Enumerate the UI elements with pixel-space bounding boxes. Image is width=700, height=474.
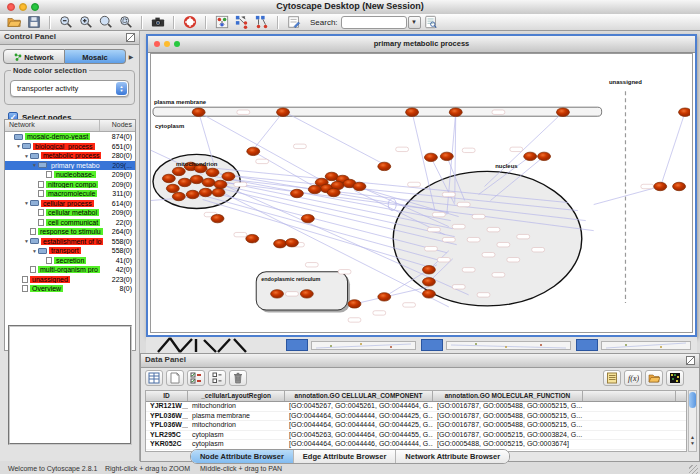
delete-attribute-button[interactable] (229, 370, 247, 386)
network-node[interactable] (524, 152, 537, 160)
vizmapper-button[interactable] (213, 15, 231, 30)
table-row[interactable]: YPL036W__1mitochondrion[GO:0044464, GO:0… (146, 421, 686, 431)
network-node[interactable] (673, 182, 686, 190)
save-session-button[interactable] (25, 15, 43, 30)
tree-row[interactable]: nitrogen compo209(0) (5, 180, 135, 190)
expand-triangle-icon[interactable]: ▼ (23, 238, 30, 244)
select-attributes-button[interactable] (145, 370, 163, 386)
tree-row[interactable]: secretion41(0) (5, 256, 135, 266)
network-node[interactable] (290, 189, 303, 197)
network-node[interactable] (214, 180, 227, 188)
import-attributes-button[interactable] (645, 370, 663, 386)
network-node[interactable] (172, 192, 185, 200)
expand-triangle-icon[interactable]: ▼ (31, 162, 38, 168)
tree-row[interactable]: mosaic-demo-yeast874(0) (5, 132, 135, 142)
network-node[interactable] (247, 147, 260, 155)
network-node[interactable] (172, 167, 185, 175)
tab-node-attribute-browser[interactable]: Node Attribute Browser (191, 450, 294, 463)
tree-header-network[interactable]: Network (5, 120, 100, 131)
open-file-button[interactable] (5, 15, 23, 30)
tab-overflow-arrow[interactable]: ▶ (126, 53, 136, 60)
network-node[interactable] (222, 172, 235, 180)
annotation-button[interactable] (285, 15, 303, 30)
tab-network-attribute-browser[interactable]: Network Attribute Browser (396, 450, 509, 463)
network-node[interactable] (679, 108, 690, 116)
network-node[interactable] (186, 190, 199, 198)
network-edge[interactable] (285, 112, 384, 164)
search-options-button[interactable] (422, 15, 440, 30)
layout-b-button[interactable] (253, 15, 271, 30)
network-node[interactable] (327, 188, 340, 196)
network-edge[interactable] (594, 186, 661, 204)
network-node[interactable] (406, 108, 419, 116)
network-node[interactable] (422, 266, 435, 274)
layout-a-button[interactable] (233, 15, 251, 30)
network-node[interactable] (538, 152, 551, 160)
table-row[interactable]: YPL036W__2plasma membrane[GO:0044464, GO… (146, 412, 686, 422)
network-node[interactable] (353, 182, 366, 190)
network-node[interactable] (277, 108, 290, 116)
search-dropdown-button[interactable]: ▼ (408, 16, 421, 29)
network-node[interactable] (378, 162, 391, 170)
tree-row[interactable]: ▼transport558(0) (5, 246, 135, 256)
network-node[interactable] (246, 234, 259, 242)
expand-triangle-icon[interactable]: ▼ (23, 153, 30, 159)
zoom-selected-button[interactable] (117, 15, 135, 30)
zoom-in-button[interactable] (77, 15, 95, 30)
expand-triangle-icon[interactable]: ▼ (31, 248, 38, 254)
network-node[interactable] (308, 185, 321, 193)
network-node[interactable] (192, 108, 205, 116)
network-edge[interactable] (661, 112, 685, 184)
help-button[interactable] (181, 15, 199, 30)
network-node[interactable] (348, 300, 361, 308)
scrollbar-arrows[interactable]: ▲▼ (688, 434, 697, 446)
network-node[interactable] (300, 290, 313, 298)
network-node[interactable] (286, 238, 299, 246)
column-header[interactable]: ID (146, 391, 188, 401)
network-edge[interactable] (253, 151, 316, 187)
column-header[interactable]: annotation.GO MOLECULAR_FUNCTION (433, 391, 583, 401)
search-input[interactable] (341, 16, 407, 29)
tree-row[interactable]: multi-organism pro42(0) (5, 265, 135, 275)
tree-row[interactable]: Overview8(0) (5, 284, 135, 294)
node-color-dropdown[interactable]: transporter activity ▲▼ (10, 80, 129, 97)
zoom-out-button[interactable] (57, 15, 75, 30)
network-node[interactable] (271, 290, 284, 298)
tree-row[interactable]: response to stimulu264(0) (5, 227, 135, 237)
tree-row[interactable]: cellular metabol209(0) (5, 208, 135, 218)
network-edge[interactable] (354, 287, 428, 304)
network-window-titlebar[interactable]: primary metabolic process (148, 36, 695, 53)
network-node[interactable] (199, 188, 212, 196)
column-header[interactable]: annotation.GO CELLULAR_COMPONENT (285, 391, 433, 401)
tree-row[interactable]: cell communicat22(0) (5, 218, 135, 228)
float-panel-icon[interactable] (686, 356, 695, 365)
tree-row[interactable]: ▼primary metabo209(... (5, 161, 135, 171)
expand-triangle-icon[interactable]: ▼ (15, 143, 22, 149)
function-builder-button[interactable]: f(x) (624, 370, 642, 386)
network-node[interactable] (556, 108, 569, 116)
tree-row[interactable]: ▼establishment of lo558(0) (5, 237, 135, 247)
tree-row[interactable]: ▼metabolic process280(0) (5, 151, 135, 161)
float-panel-icon[interactable] (126, 33, 135, 42)
column-header[interactable]: _cellularLayoutRegion (188, 391, 285, 401)
network-node[interactable] (274, 239, 287, 247)
network-canvas[interactable]: plasma membranecytoplasmmitochondrionnuc… (151, 54, 690, 332)
tab-mosaic[interactable]: Mosaic (65, 49, 126, 64)
network-node[interactable] (202, 178, 215, 186)
network-node[interactable] (422, 290, 435, 298)
network-node[interactable] (212, 188, 225, 196)
resize-grip[interactable] (689, 465, 698, 474)
scrollbar-thumb[interactable] (689, 392, 696, 408)
new-attribute-button[interactable] (166, 370, 184, 386)
network-node[interactable] (449, 108, 462, 116)
network-node[interactable] (166, 184, 179, 192)
tab-network[interactable]: Network (3, 49, 65, 64)
tree-header-nodes[interactable]: Nodes (100, 120, 135, 131)
unselect-attributes-button[interactable] (208, 370, 226, 386)
tree-row[interactable]: ▼cellular process614(0) (5, 199, 135, 209)
tree-row[interactable]: macromolecule311(0) (5, 189, 135, 199)
network-edge[interactable] (254, 112, 283, 148)
birdseye-view-panel[interactable] (8, 325, 132, 445)
network-node[interactable] (440, 152, 453, 160)
delete-attributes-button[interactable] (187, 370, 205, 386)
